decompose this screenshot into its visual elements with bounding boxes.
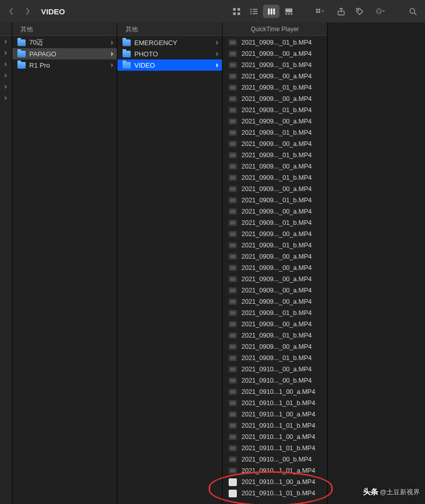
folder-icon: [17, 62, 26, 69]
list-view-button[interactable]: [246, 5, 262, 18]
more-button[interactable]: [370, 5, 391, 18]
file-row[interactable]: 2021_0909..._00_a.MP4: [222, 262, 327, 274]
file-row[interactable]: 2021_0909..._01_b.MP4: [222, 82, 327, 93]
file-name: 2021_0909..._01_b.MP4: [241, 332, 312, 339]
file-name: 2021_0909..._00_a.MP4: [241, 73, 312, 80]
file-row[interactable]: 2021_0909..._00_a.MP4: [222, 183, 327, 195]
file-row[interactable]: 2021_0909..._01_b.MP4: [222, 127, 327, 138]
file-row[interactable]: 2021_0909..._00_a.MP4: [222, 251, 327, 262]
file-row[interactable]: 2021_0909..._00_a.MP4: [222, 319, 327, 330]
file-row[interactable]: 2021_0909..._00_a.MP4: [222, 274, 327, 285]
file-row[interactable]: 2021_0910...1_01_b.MP4: [222, 488, 327, 499]
file-name: 2021_0909..._00_a.MP4: [241, 264, 312, 271]
svg-point-4: [250, 8, 252, 10]
file-row[interactable]: 2021_0909..._01_b.MP4: [222, 150, 327, 161]
file-row[interactable]: 2021_0909..._00_a.MP4: [222, 93, 327, 104]
file-name: 2021_0909..._00_a.MP4: [241, 276, 312, 283]
file-row[interactable]: 2021_0909..._01_b.MP4: [222, 172, 327, 183]
folder-row[interactable]: VIDEO: [117, 59, 222, 71]
file-row[interactable]: 2021_0909..._01_b.MP4: [222, 240, 327, 251]
share-button[interactable]: [333, 5, 349, 18]
file-row[interactable]: 2021_0910..._00_b.MP4: [222, 375, 327, 386]
folder-row[interactable]: EMERGENCY: [117, 37, 222, 48]
folder-row[interactable]: 70迈: [12, 37, 117, 48]
file-name: 2021_0910...1_01_b.MP4: [241, 490, 315, 497]
file-row[interactable]: 2021_0909..._00_a.MP4: [222, 48, 327, 59]
file-row[interactable]: 2021_0909..._01_b.MP4: [222, 104, 327, 116]
file-row[interactable]: 2021_0909..._00_a.MP4: [222, 228, 327, 240]
file-row[interactable]: 2021_0909..._00_a.MP4: [222, 116, 327, 127]
sidebar-expand-chevron[interactable]: [0, 81, 12, 92]
svg-point-24: [377, 11, 378, 11]
gallery-view-button[interactable]: [280, 5, 297, 18]
folder-label: PAPAGO: [29, 50, 107, 58]
window-title: VIDEO: [41, 7, 65, 16]
file-row[interactable]: 2021_0910...1_00_a.MP4: [222, 476, 327, 488]
video-file-icon: [229, 445, 237, 451]
file-row[interactable]: 2021_0909..._00_a.MP4: [222, 71, 327, 82]
sidebar-expand-chevron[interactable]: [0, 92, 12, 103]
file-row[interactable]: 2021_0909..._00_a.MP4: [222, 161, 327, 172]
svg-rect-13: [285, 8, 292, 12]
folder-icon: [123, 39, 131, 46]
file-row[interactable]: 2021_0909..._00_a.MP4: [222, 285, 327, 296]
file-row[interactable]: 2021_0910...1_00_a.MP4: [222, 431, 327, 443]
sidebar-expand-chevron[interactable]: [0, 36, 12, 47]
folder-label: VIDEO: [134, 61, 212, 69]
file-row[interactable]: 2021_0909..._01_b.MP4: [222, 307, 327, 319]
video-file-icon: [229, 130, 237, 136]
file-row[interactable]: 2021_0910..._00_a.MP4: [222, 364, 327, 375]
forward-button[interactable]: [21, 4, 35, 18]
sidebar-expand-chevron[interactable]: [0, 70, 12, 81]
tags-button[interactable]: [351, 5, 368, 18]
back-button[interactable]: [4, 4, 18, 18]
file-name: 2021_0909..._01_b.MP4: [241, 152, 312, 159]
video-file-icon: [229, 265, 237, 271]
sidebar-expand-chevron[interactable]: [0, 47, 12, 58]
view-switcher: [227, 4, 298, 19]
file-row[interactable]: 2021_0909..._00_a.MP4: [222, 296, 327, 307]
video-file-icon: [229, 389, 237, 395]
folder-label: PHOTO: [134, 50, 212, 58]
file-name: 2021_0909..._01_b.MP4: [241, 129, 312, 136]
file-row[interactable]: 2021_0910...1_00_a.MP4: [222, 409, 327, 420]
file-row[interactable]: 2021_0909..._01_b.MP4: [222, 59, 327, 71]
folder-label: 70迈: [29, 38, 107, 47]
file-row[interactable]: 2021_0910..._00_b.MP4: [222, 454, 327, 465]
document-icon: [229, 490, 237, 497]
video-file-icon: [229, 220, 237, 226]
file-row[interactable]: 2021_0909..._01_b.MP4: [222, 352, 327, 364]
file-name: 2021_0910...1_00_a.MP4: [241, 388, 315, 395]
column-view-button[interactable]: [263, 5, 279, 18]
svg-rect-1: [237, 8, 240, 10]
file-row[interactable]: 2021_0909..._01_b.MP4: [222, 217, 327, 228]
svg-rect-9: [252, 13, 257, 14]
file-row[interactable]: 2021_0910...1_01_b.MP4: [222, 420, 327, 431]
folder-row[interactable]: PHOTO: [117, 48, 222, 59]
sidebar-expand-chevron[interactable]: [0, 58, 12, 70]
file-row[interactable]: 2021_0910...1_01_b.MP4: [222, 443, 327, 454]
file-row[interactable]: 2021_0909..._01_b.MP4: [222, 330, 327, 341]
file-row[interactable]: 2021_0909..._01_b.MP4: [222, 195, 327, 206]
search-button[interactable]: [404, 5, 421, 18]
sidebar-collapsed: [0, 23, 12, 504]
group-by-button[interactable]: [309, 5, 331, 18]
svg-rect-19: [316, 11, 317, 12]
file-name: 2021_0909..._01_b.MP4: [241, 174, 312, 181]
file-row[interactable]: 2021_0910...1_00_a.MP4: [222, 386, 327, 397]
file-row[interactable]: 2021_0909..._01_b.MP4: [222, 37, 327, 48]
file-row[interactable]: 2021_0909..._00_a.MP4: [222, 341, 327, 352]
file-row[interactable]: 2021_0910...1_01_a.MP4: [222, 465, 327, 476]
file-row[interactable]: 2021_0909..._00_a.MP4: [222, 138, 327, 150]
icon-view-button[interactable]: [228, 5, 245, 18]
watermark-author: @土豆新视界: [380, 488, 420, 497]
folder-row[interactable]: R1 Pro: [12, 59, 117, 71]
video-file-icon: [229, 377, 237, 384]
file-row[interactable]: 2021_0909..._00_a.MP4: [222, 206, 327, 217]
folder-row[interactable]: PAPAGO: [12, 48, 117, 59]
column-2: QuickTime Player 2021_0909..._01_b.MP420…: [222, 23, 328, 504]
svg-point-27: [410, 8, 414, 13]
video-file-icon: [229, 423, 237, 429]
file-row[interactable]: 2021_0910...1_01_b.MP4: [222, 397, 327, 409]
video-file-icon: [229, 141, 237, 147]
